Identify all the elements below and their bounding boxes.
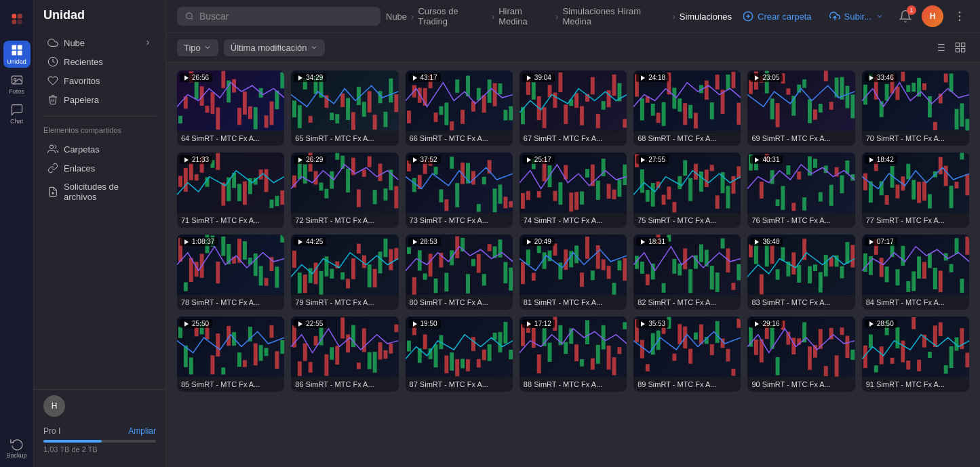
view-grid-button[interactable] — [952, 39, 969, 56]
search-input[interactable] — [199, 11, 372, 22]
svg-rect-124 — [694, 113, 698, 128]
video-card-81[interactable]: 20:49 81 SimRT - MTC Fx A... — [520, 235, 627, 310]
nav-item-nube[interactable]: Nube — [38, 33, 161, 52]
video-card-69[interactable]: 23:05 69 SimRT - MTC Fx A... — [747, 70, 855, 146]
svg-rect-404 — [617, 260, 621, 270]
sidebar-item-backup[interactable]: Backup — [3, 434, 31, 462]
svg-rect-439 — [808, 266, 812, 283]
search-box[interactable] — [177, 7, 380, 26]
video-card-64[interactable]: 26:56 64 SimRT - MTC Fx A... — [177, 70, 284, 146]
video-card-89[interactable]: 35:53 89 SimRT - MTC Fx A... — [633, 317, 741, 392]
svg-rect-339 — [264, 278, 269, 285]
video-thumb: 43:17 — [406, 70, 513, 131]
svg-rect-149 — [829, 102, 834, 110]
svg-rect-109 — [612, 75, 616, 96]
video-card-76[interactable]: 40:31 76 SimRT - MTC Fx A... — [747, 153, 855, 228]
play-icon — [183, 239, 190, 245]
svg-rect-32 — [195, 82, 199, 100]
video-card-70[interactable]: 33:46 70 SimRT - MTC Fx A... — [862, 70, 969, 146]
svg-rect-205 — [336, 153, 340, 160]
svg-rect-362 — [389, 249, 393, 270]
svg-rect-262 — [646, 190, 650, 202]
video-card-82[interactable]: 18:31 82 SimRT - MTC Fx A... — [633, 235, 741, 310]
svg-marker-511 — [298, 321, 302, 327]
tipo-filter-label: Tipo — [184, 43, 201, 53]
video-card-74[interactable]: 25:17 74 SimRT - MTC Fx A... — [520, 153, 627, 228]
video-card-87[interactable]: 19:50 87 SimRT - MTC Fx A... — [406, 317, 513, 392]
video-card-88[interactable]: 17:12 88 SimRT - MTC Fx A... — [520, 317, 627, 392]
svg-point-18 — [959, 20, 961, 22]
video-card-68[interactable]: 24:18 68 SimRT - MTC Fx A... — [633, 70, 741, 146]
video-card-84[interactable]: 07:17 84 SimRT - MTC Fx A... — [862, 235, 969, 310]
modificacion-filter-button[interactable]: Última modificación — [224, 39, 325, 56]
nav-item-carpetas[interactable]: Carpetas — [38, 140, 161, 159]
video-card-83[interactable]: 36:48 83 SimRT - MTC Fx A... — [747, 235, 855, 310]
svg-rect-187 — [237, 184, 241, 201]
breadcrumb-hiram[interactable]: Hiram Medina — [498, 6, 551, 26]
video-card-66[interactable]: 43:17 66 SimRT - MTC Fx A... — [406, 70, 513, 146]
sidebar-item-unidad[interactable]: Unidad — [3, 41, 31, 68]
nav-item-enlaces[interactable]: Enlaces — [38, 159, 161, 178]
video-card-65[interactable]: 34:29 65 SimRT - MTC Fx A... — [291, 70, 398, 146]
svg-rect-498 — [330, 347, 334, 359]
video-card-67[interactable]: 39:04 67 SimRT - MTC Fx A... — [520, 70, 627, 146]
video-card-90[interactable]: 29:16 90 SimRT - MTC Fx A... — [747, 317, 855, 392]
upload-button[interactable]: Subir... — [824, 8, 889, 24]
create-folder-button[interactable]: Crear carpeta — [737, 8, 817, 24]
tipo-filter-button[interactable]: Tipo — [177, 39, 218, 56]
user-avatar[interactable]: H — [922, 5, 943, 27]
video-card-80[interactable]: 28:53 80 SimRT - MTC Fx A... — [406, 235, 513, 310]
svg-rect-50 — [292, 100, 296, 117]
video-card-79[interactable]: 44:25 79 SimRT - MTC Fx A... — [291, 235, 398, 310]
svg-rect-177 — [184, 168, 188, 192]
svg-rect-426 — [737, 264, 741, 281]
svg-rect-102 — [574, 93, 579, 108]
user-avatar-small[interactable]: H — [43, 395, 65, 417]
svg-rect-470 — [178, 327, 182, 338]
nav-item-favoritos-label: Favoritos — [64, 76, 100, 86]
breadcrumb-sep-3: › — [555, 12, 558, 22]
video-card-71[interactable]: 21:33 71 SimRT - MTC Fx A... — [177, 153, 284, 228]
svg-rect-25 — [956, 43, 959, 46]
svg-rect-290 — [798, 171, 802, 180]
svg-rect-192 — [264, 169, 269, 192]
svg-rect-85 — [482, 96, 486, 113]
svg-marker-469 — [869, 239, 874, 245]
svg-rect-379 — [482, 274, 486, 285]
nav-item-papelera[interactable]: Papelera — [38, 90, 161, 109]
svg-rect-529 — [498, 332, 502, 352]
video-duration: 24:18 — [648, 74, 665, 81]
svg-rect-601 — [890, 358, 894, 364]
svg-marker-91 — [413, 75, 417, 81]
video-card-72[interactable]: 26:29 72 SimRT - MTC Fx A... — [291, 153, 398, 228]
sidebar-logo[interactable] — [3, 5, 31, 33]
svg-rect-507 — [378, 342, 383, 360]
more-menu-button[interactable] — [950, 7, 969, 26]
play-icon — [297, 157, 304, 163]
video-card-91[interactable]: 28:50 91 SimRT - MTC Fx A... — [862, 317, 969, 392]
svg-rect-549 — [606, 346, 610, 369]
view-list-button[interactable] — [931, 39, 949, 56]
breadcrumb-simulaciones-hiram[interactable]: Simulaciones Hiram Medina — [562, 6, 668, 26]
svg-rect-356 — [357, 244, 361, 253]
video-card-78[interactable]: 1:08:37 78 SimRT - MTC Fx A... — [177, 235, 284, 310]
storage-text: 1,03 TB de 2 TB — [43, 445, 156, 453]
svg-rect-552 — [623, 322, 627, 329]
video-card-85[interactable]: 25:50 85 SimRT - MTC Fx A... — [177, 317, 284, 392]
video-duration: 25:17 — [534, 156, 551, 163]
sidebar-item-fotos[interactable]: Fotos — [3, 70, 31, 98]
video-card-77[interactable]: 18:42 77 SimRT - MTC Fx A... — [862, 153, 969, 228]
ampliar-link[interactable]: Ampliar — [128, 426, 156, 436]
sidebar-item-chat[interactable]: Chat — [3, 100, 31, 127]
nav-item-recientes[interactable]: Recientes — [38, 52, 161, 71]
video-card-75[interactable]: 27:55 75 SimRT - MTC Fx A... — [633, 153, 741, 228]
svg-rect-520 — [450, 352, 454, 371]
breadcrumb-simulaciones[interactable]: Simulaciones — [680, 12, 732, 22]
breadcrumb-cursos[interactable]: Cursos de Trading — [418, 6, 487, 26]
video-card-73[interactable]: 37:52 73 SimRT - MTC Fx A... — [406, 153, 513, 228]
nav-item-solicitudes[interactable]: Solicitudes de archivos — [38, 178, 161, 206]
video-card-86[interactable]: 22:55 86 SimRT - MTC Fx A... — [291, 317, 398, 392]
breadcrumb-nube[interactable]: Nube — [386, 12, 407, 22]
nav-item-favoritos[interactable]: Favoritos — [38, 71, 161, 90]
svg-rect-286 — [776, 199, 780, 206]
